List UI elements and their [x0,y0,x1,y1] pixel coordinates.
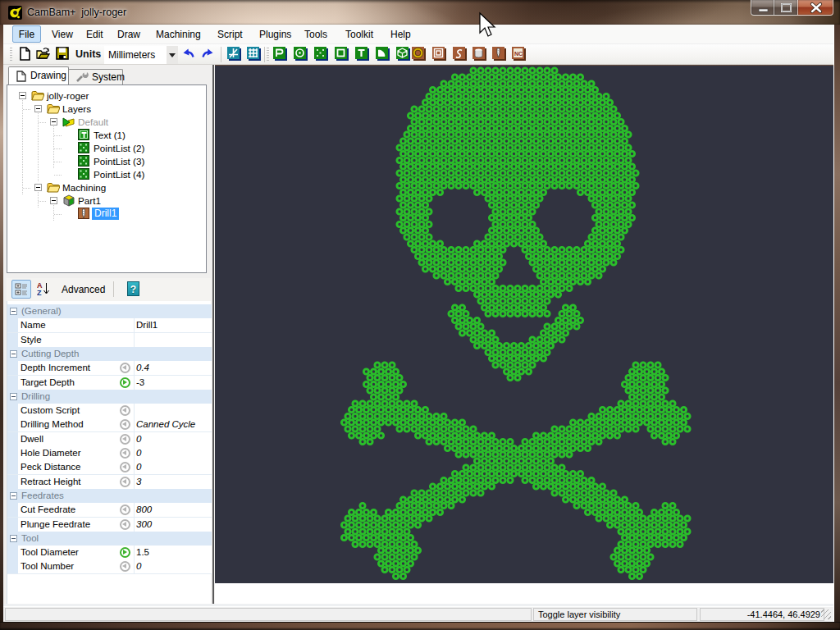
svg-text:NC: NC [514,51,523,57]
svg-text:Z: Z [37,289,42,296]
